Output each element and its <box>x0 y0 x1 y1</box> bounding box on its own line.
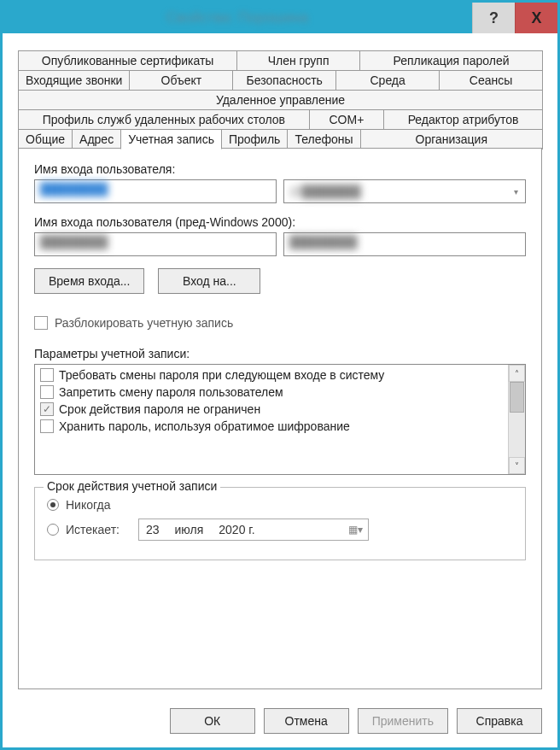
scroll-up-icon[interactable]: ˄ <box>509 365 525 382</box>
tab-environment[interactable]: Среда <box>335 70 440 91</box>
scroll-down-icon[interactable]: ˅ <box>509 457 525 474</box>
unlock-account-label: Разблокировать учетную запись <box>55 316 233 330</box>
opt-reversible-encryption-checkbox[interactable] <box>40 419 54 433</box>
account-tab-panel: Имя входа пользователя: ████████ @██████… <box>18 148 542 689</box>
list-item[interactable]: Запретить смену пароля пользователем <box>40 385 503 399</box>
ok-button[interactable]: ОК <box>170 708 255 734</box>
prew2k-domain-input[interactable]: ████████ <box>34 232 277 256</box>
expiry-date-label: Истекает: <box>66 523 120 536</box>
tab-general[interactable]: Общие <box>18 129 73 149</box>
dialog-footer: ОК Отмена Применить Справка <box>3 698 557 747</box>
tab-account[interactable]: Учетная запись <box>120 129 222 149</box>
account-options-label: Параметры учетной записи: <box>34 347 526 360</box>
logon-to-button[interactable]: Вход на... <box>158 268 260 294</box>
tab-sessions[interactable]: Сеансы <box>439 70 543 91</box>
cancel-button[interactable]: Отмена <box>264 708 349 734</box>
tab-object[interactable]: Объект <box>129 70 233 91</box>
apply-button[interactable]: Применить <box>358 708 448 734</box>
logon-name-input[interactable]: ████████ <box>34 179 277 203</box>
scroll-thumb[interactable] <box>510 382 524 413</box>
logon-name-label: Имя входа пользователя: <box>34 162 526 176</box>
chevron-down-icon: ▾ <box>514 187 518 196</box>
upn-suffix-combo[interactable]: @███████ ▾ <box>283 179 526 203</box>
tab-telephones[interactable]: Телефоны <box>287 129 360 149</box>
tab-rds-profile[interactable]: Профиль служб удаленных рабочих столов <box>18 109 310 130</box>
prew2k-label: Имя входа пользователя (пред-Windows 200… <box>34 215 526 229</box>
tab-security[interactable]: Безопасность <box>232 70 336 91</box>
list-item[interactable]: Требовать смены пароля при следующем вхо… <box>40 368 503 382</box>
expiry-group-label: Срок действия учетной записи <box>44 479 220 493</box>
opt-pwd-never-expires-checkbox[interactable]: ✓ <box>40 402 54 416</box>
tab-member-of[interactable]: Член групп <box>236 50 360 71</box>
tab-dialin[interactable]: Входящие звонки <box>18 70 130 91</box>
list-item[interactable]: Хранить пароль, используя обратимое шифр… <box>40 419 503 433</box>
titlebar-buttons: ? X <box>472 3 557 33</box>
options-scrollbar[interactable]: ˄ ˅ <box>508 365 525 474</box>
tab-address[interactable]: Адрес <box>72 129 121 149</box>
unlock-account-checkbox[interactable] <box>34 316 48 330</box>
window-title: Свойства: Порошина <box>3 3 472 33</box>
expiry-date-picker[interactable]: 23 июля 2020 г. ▦▾ <box>138 519 369 541</box>
tab-remote-control[interactable]: Удаленное управление <box>18 90 543 110</box>
expiry-never-radio[interactable] <box>47 499 59 511</box>
content-area: Опубликованные сертификаты Член групп Ре… <box>3 33 557 698</box>
list-item[interactable]: ✓ Срок действия пароля не ограничен <box>40 402 503 416</box>
titlebar[interactable]: Свойства: Порошина ? X <box>3 3 557 33</box>
tab-profile[interactable]: Профиль <box>221 129 288 149</box>
opt-must-change-pwd-checkbox[interactable] <box>40 368 54 382</box>
tab-password-replication[interactable]: Репликация паролей <box>359 50 543 71</box>
tab-organization[interactable]: Организация <box>360 129 543 149</box>
help-icon[interactable]: ? <box>472 3 515 33</box>
help-button[interactable]: Справка <box>457 708 542 734</box>
calendar-icon: ▦▾ <box>348 524 363 536</box>
expiry-never-label: Никогда <box>66 498 110 512</box>
close-icon[interactable]: X <box>515 3 557 33</box>
properties-dialog: Свойства: Порошина ? X Опубликованные се… <box>0 0 560 750</box>
tab-attribute-editor[interactable]: Редактор атрибутов <box>383 109 543 130</box>
logon-hours-button[interactable]: Время входа... <box>34 268 144 294</box>
opt-cannot-change-pwd-checkbox[interactable] <box>40 385 54 399</box>
account-expiry-group: Срок действия учетной записи Никогда Ист… <box>34 487 526 560</box>
account-options-list: Требовать смены пароля при следующем вхо… <box>34 364 526 475</box>
prew2k-user-input[interactable]: ████████ <box>283 232 526 256</box>
tab-complus[interactable]: COM+ <box>309 109 384 130</box>
tab-published-certs[interactable]: Опубликованные сертификаты <box>18 50 237 71</box>
expiry-date-radio[interactable] <box>47 524 59 536</box>
tab-rows: Опубликованные сертификаты Член групп Ре… <box>18 50 542 149</box>
